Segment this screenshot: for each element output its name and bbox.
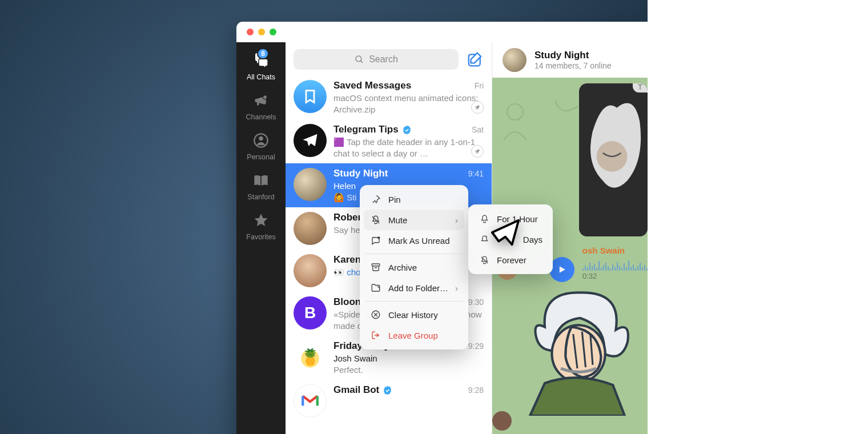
- svg-point-0: [263, 95, 267, 99]
- chat-row-saved-messages[interactable]: Saved Messages Fri macOS context menu an…: [286, 75, 492, 119]
- unread-badge: 8: [257, 48, 269, 59]
- verified-icon: [402, 125, 412, 135]
- svg-rect-13: [372, 264, 380, 266]
- menu-item-leave-group[interactable]: Leave Group: [364, 325, 464, 345]
- menu-item-archive[interactable]: Archive: [364, 257, 464, 278]
- svg-point-3: [356, 56, 361, 62]
- bookmark-icon: [302, 89, 318, 105]
- sidebar-item-stanford[interactable]: Stanford: [247, 171, 274, 201]
- sidebar-item-label: All Chats: [247, 73, 275, 81]
- menu-label: Archive: [388, 263, 417, 272]
- sidebar-item-label: Favorites: [246, 233, 275, 241]
- menu-label: Forever: [497, 255, 527, 265]
- search-input[interactable]: Search: [294, 49, 459, 70]
- chat-time: Sat: [472, 125, 484, 134]
- book-icon: [252, 171, 270, 190]
- folder-sidebar: 8 All Chats Channels Personal: [236, 42, 286, 434]
- menu-separator: [365, 301, 463, 302]
- svg-point-2: [259, 136, 263, 140]
- chat-row-telegram-tips[interactable]: Telegram Tips Sat 🟪 Tap the date header …: [286, 119, 492, 163]
- play-icon: [556, 264, 568, 275]
- search-icon: [354, 54, 364, 65]
- gmail-icon: [300, 391, 320, 411]
- archive-icon: [370, 262, 381, 273]
- person-icon: [252, 131, 270, 150]
- menu-label: Leave Group: [388, 331, 438, 340]
- message-photo[interactable]: T: [579, 83, 648, 236]
- traffic-max-icon[interactable]: [270, 29, 276, 35]
- menu-label: Clear History: [388, 310, 438, 320]
- avatar: [294, 168, 327, 201]
- chat-name: Gmail Bot: [333, 384, 379, 396]
- avatar: [294, 384, 327, 417]
- bell-snooze-icon: z: [479, 234, 490, 245]
- avatar: [294, 124, 327, 157]
- chat-unread-icon: [370, 235, 381, 246]
- sidebar-item-channels[interactable]: Channels: [246, 91, 276, 121]
- bell-off-icon: [479, 254, 490, 266]
- chevron-right-icon: ›: [455, 215, 458, 225]
- cursor-plane-icon: [489, 216, 522, 249]
- app-window: 8 All Chats Channels Personal: [236, 22, 648, 434]
- message-sender: osh Swain: [582, 246, 625, 255]
- compose-icon[interactable]: [467, 51, 484, 68]
- conversation-header[interactable]: Study Night 14 members, 7 online: [492, 42, 648, 78]
- avatar: [294, 80, 327, 113]
- conversation-title: Study Night: [535, 50, 612, 61]
- traffic-close-icon[interactable]: [247, 29, 254, 35]
- chevron-right-icon: ›: [455, 283, 458, 293]
- submenu-item-forever[interactable]: Forever: [472, 250, 549, 270]
- menu-label: Pin: [388, 195, 401, 204]
- chat-row-gmail-bot[interactable]: Gmail Bot 9:28: [286, 380, 492, 422]
- menu-item-add-to-folder[interactable]: Add to Folder… ›: [364, 278, 464, 298]
- menu-separator: [365, 254, 463, 254]
- traffic-min-icon[interactable]: [258, 29, 265, 35]
- avatar: [294, 212, 327, 245]
- folder-add-icon: [370, 282, 381, 294]
- sidebar-item-label: Personal: [247, 153, 275, 161]
- sidebar-item-all-chats[interactable]: 8 All Chats: [247, 51, 275, 81]
- sidebar-item-label: Stanford: [247, 193, 274, 201]
- avatar: [503, 48, 527, 72]
- sidebar-item-label: Channels: [246, 113, 276, 121]
- menu-label: Days: [523, 235, 542, 244]
- leave-icon: [370, 329, 381, 341]
- voice-duration: 0:32: [582, 272, 597, 280]
- mute-icon: [370, 214, 381, 226]
- read-receipt-avatar[interactable]: [492, 411, 512, 431]
- menu-item-mute[interactable]: Mute ›: [364, 210, 464, 230]
- play-button[interactable]: [549, 257, 574, 282]
- pin-icon: [471, 145, 484, 158]
- chat-name: Study Night: [333, 168, 388, 179]
- message-sticker[interactable]: [512, 286, 642, 416]
- chat-name: Bloon: [333, 296, 361, 308]
- titlebar: [236, 22, 648, 42]
- chat-name: Rober: [333, 212, 361, 223]
- chat-preview: Josh SwainPerfect.: [333, 353, 484, 375]
- menu-item-mark-unread[interactable]: Mark As Unread: [364, 230, 464, 251]
- chat-time: 9:29: [468, 341, 484, 351]
- svg-point-12: [377, 236, 380, 239]
- bell-icon: [479, 213, 490, 224]
- svg-point-5: [507, 104, 523, 120]
- menu-label: Mark As Unread: [388, 236, 450, 246]
- chat-time: 9:28: [468, 385, 484, 395]
- chat-preview: macOS context menu animated icons: Archi…: [333, 93, 484, 115]
- verified-icon: [383, 385, 392, 395]
- chat-time: 9:30: [468, 298, 484, 307]
- menu-item-pin[interactable]: Pin: [364, 189, 464, 210]
- avatar: [294, 254, 327, 287]
- sidebar-item-personal[interactable]: Personal: [247, 131, 275, 161]
- chat-name: Saved Messages: [333, 80, 411, 91]
- voice-message[interactable]: 0:32: [549, 257, 648, 282]
- menu-label: Add to Folder…: [388, 283, 448, 293]
- pin-icon: [370, 194, 381, 205]
- sidebar-item-favorites[interactable]: Favorites: [246, 211, 275, 241]
- menu-label: Mute: [388, 215, 407, 225]
- menu-item-clear-history[interactable]: Clear History: [364, 304, 464, 325]
- chat-time: 9:41: [468, 169, 484, 178]
- avatar: 🍍: [294, 340, 327, 373]
- pin-icon: [471, 101, 484, 114]
- svg-text:z: z: [485, 235, 487, 238]
- conversation-subtitle: 14 members, 7 online: [535, 61, 612, 70]
